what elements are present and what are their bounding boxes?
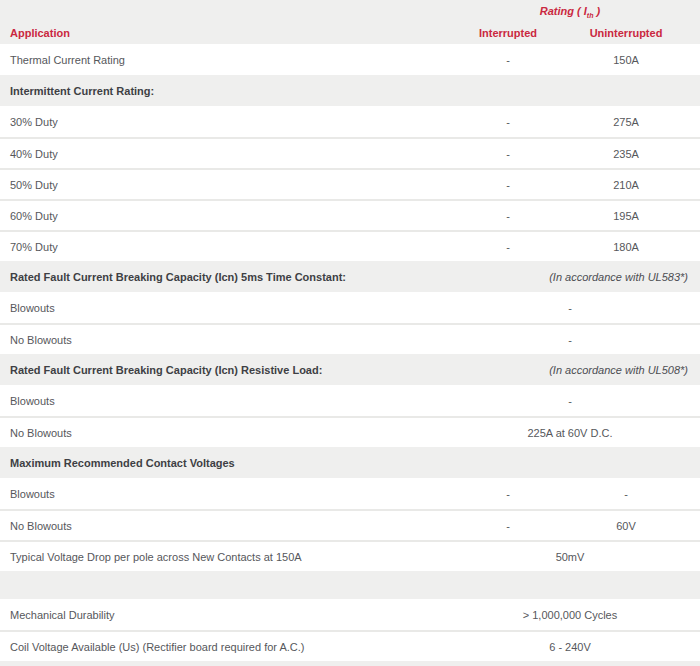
row-label: Blowouts xyxy=(0,488,452,500)
section-row: Maximum Recommended Contact Voltages xyxy=(0,447,700,478)
spec-table: Rating ( Ith ) Application Interrupted U… xyxy=(0,0,700,661)
rating-header-prefix: Rating ( I xyxy=(540,5,587,17)
table-row: No Blowouts225A at 60V D.C. xyxy=(0,416,700,447)
row-label: No Blowouts xyxy=(0,334,452,346)
row-label: Typical Voltage Drop per pole across New… xyxy=(0,551,452,563)
row-label: 40% Duty xyxy=(0,148,452,160)
section-row: Intermittent Current Rating: xyxy=(0,75,700,106)
interrupted-value: - xyxy=(452,210,564,222)
merged-value: > 1,000,000 Cycles xyxy=(452,609,688,621)
interrupted-value: - xyxy=(452,148,564,160)
table-row: Blowouts- xyxy=(0,385,700,416)
row-label: Rated Fault Current Breaking Capacity (I… xyxy=(0,271,452,283)
merged-value: 225A at 60V D.C. xyxy=(452,427,688,439)
section-note: (In accordance with UL583*) xyxy=(452,271,688,283)
uninterrupted-value: - xyxy=(564,488,688,500)
row-label: Blowouts xyxy=(0,395,452,407)
table-row: 40% Duty-235A xyxy=(0,137,700,168)
table-row: 60% Duty-195A xyxy=(0,199,700,230)
column-headers-row: Application Interrupted Uninterrupted xyxy=(0,21,700,44)
table-row: No Blowouts-60V xyxy=(0,509,700,540)
row-label: 50% Duty xyxy=(0,179,452,191)
column-header-uninterrupted: Uninterrupted xyxy=(564,27,688,39)
uninterrupted-value: 60V xyxy=(564,520,688,532)
merged-value: 6 - 240V xyxy=(452,641,688,653)
row-label: Maximum Recommended Contact Voltages xyxy=(0,457,452,469)
table-row: Thermal Current Rating-150A xyxy=(0,44,700,75)
section-row: Rated Fault Current Breaking Capacity (I… xyxy=(0,354,700,385)
column-header-interrupted: Interrupted xyxy=(452,27,564,39)
merged-value: - xyxy=(452,395,688,407)
row-label: Mechanical Durability xyxy=(0,609,452,621)
uninterrupted-value: 210A xyxy=(564,179,688,191)
rating-header-row: Rating ( Ith ) xyxy=(0,4,700,21)
row-label: Rated Fault Current Breaking Capacity (I… xyxy=(0,364,452,376)
rating-header-label: Rating ( Ith ) xyxy=(452,5,688,19)
uninterrupted-value: 235A xyxy=(564,148,688,160)
table-row: Blowouts- xyxy=(0,292,700,323)
merged-value: - xyxy=(452,334,688,346)
interrupted-value: - xyxy=(452,520,564,532)
uninterrupted-value: 150A xyxy=(564,54,688,66)
spacer-row xyxy=(0,571,700,599)
table-rows: Thermal Current Rating-150AIntermittent … xyxy=(0,44,700,661)
table-header: Rating ( Ith ) Application Interrupted U… xyxy=(0,0,700,44)
row-label: No Blowouts xyxy=(0,520,452,532)
table-row: Mechanical Durability> 1,000,000 Cycles xyxy=(0,599,700,630)
row-label: 60% Duty xyxy=(0,210,452,222)
uninterrupted-value: 180A xyxy=(564,241,688,253)
row-label: Blowouts xyxy=(0,302,452,314)
uninterrupted-value: 195A xyxy=(564,210,688,222)
section-note: (In accordance with UL508*) xyxy=(452,364,688,376)
column-header-application: Application xyxy=(0,27,452,39)
interrupted-value: - xyxy=(452,179,564,191)
row-label: Coil Voltage Available (Us) (Rectifier b… xyxy=(0,641,452,653)
row-label: Thermal Current Rating xyxy=(0,54,452,66)
table-row: 70% Duty-180A xyxy=(0,230,700,261)
interrupted-value: - xyxy=(452,116,564,128)
table-row: Typical Voltage Drop per pole across New… xyxy=(0,540,700,571)
table-row: 30% Duty-275A xyxy=(0,106,700,137)
merged-value: 50mV xyxy=(452,551,688,563)
table-row: Coil Voltage Available (Us) (Rectifier b… xyxy=(0,630,700,661)
uninterrupted-value: 275A xyxy=(564,116,688,128)
table-row: No Blowouts- xyxy=(0,323,700,354)
interrupted-value: - xyxy=(452,54,564,66)
interrupted-value: - xyxy=(452,241,564,253)
row-label: 70% Duty xyxy=(0,241,452,253)
table-row: 50% Duty-210A xyxy=(0,168,700,199)
rating-header-suffix: ) xyxy=(593,5,600,17)
row-label: No Blowouts xyxy=(0,427,452,439)
interrupted-value: - xyxy=(452,488,564,500)
merged-value: - xyxy=(452,302,688,314)
table-row: Blowouts-- xyxy=(0,478,700,509)
row-label: 30% Duty xyxy=(0,116,452,128)
row-label: Intermittent Current Rating: xyxy=(0,85,452,97)
section-row: Rated Fault Current Breaking Capacity (I… xyxy=(0,261,700,292)
